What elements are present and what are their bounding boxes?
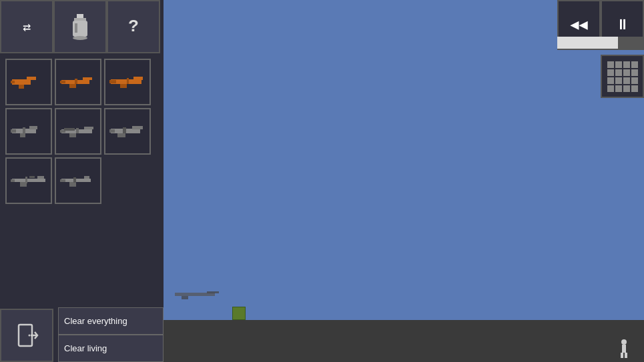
svg-rect-21	[20, 133, 25, 137]
svg-rect-29	[64, 128, 75, 131]
svg-rect-49	[625, 353, 627, 358]
progress-bar-fill	[557, 37, 618, 49]
rifle4-icon	[60, 169, 96, 193]
svg-rect-43	[69, 182, 76, 187]
svg-rect-52	[182, 296, 188, 299]
weapon-cell-6[interactable]	[5, 157, 52, 204]
ground-weapon-icon	[174, 290, 227, 300]
svg-rect-38	[11, 179, 15, 182]
svg-rect-48	[621, 353, 623, 358]
weapon-cell-4[interactable]	[55, 108, 101, 155]
weapon-cell-3[interactable]	[5, 108, 52, 155]
svg-rect-22	[11, 129, 16, 133]
progress-bar-container[interactable]	[557, 37, 644, 49]
svg-rect-12	[60, 81, 65, 83]
green-entity	[232, 307, 246, 320]
svg-rect-40	[29, 176, 35, 178]
svg-rect-3	[75, 23, 77, 33]
svg-rect-6	[27, 77, 36, 80]
bottle-icon	[67, 13, 93, 41]
grid-toggle-button[interactable]	[601, 55, 644, 98]
pause-icon: ⏸	[615, 16, 630, 34]
svg-rect-17	[109, 80, 116, 83]
svg-rect-5	[12, 79, 31, 85]
svg-rect-36	[37, 176, 44, 179]
weapon-cell-1[interactable]	[55, 59, 101, 105]
svg-rect-51	[207, 291, 219, 293]
svg-rect-25	[84, 127, 93, 129]
svg-rect-23	[23, 127, 25, 133]
item-button[interactable]	[53, 0, 107, 53]
svg-rect-7	[19, 85, 24, 89]
svg-rect-45	[73, 177, 76, 183]
smg-icon	[11, 119, 47, 143]
svg-rect-28	[76, 128, 79, 133]
svg-rect-18	[127, 78, 129, 84]
svg-rect-42	[84, 176, 89, 179]
svg-rect-35	[12, 179, 45, 182]
weapon-cell-0[interactable]	[5, 59, 52, 105]
svg-rect-11	[69, 84, 76, 88]
svg-point-56	[29, 335, 31, 337]
ground	[164, 320, 644, 362]
exit-button[interactable]	[0, 309, 53, 362]
person-icon	[617, 339, 631, 359]
svg-rect-0	[77, 14, 83, 18]
svg-rect-31	[132, 126, 143, 129]
svg-point-46	[621, 339, 627, 345]
rifle3-icon	[109, 119, 145, 143]
svg-rect-34	[123, 127, 126, 133]
exit-icon	[13, 322, 40, 349]
svg-rect-8	[11, 81, 15, 83]
svg-rect-13	[75, 79, 77, 84]
rifle2-icon	[60, 119, 96, 143]
rifle-icon	[60, 70, 96, 94]
help-button[interactable]: ?	[107, 0, 160, 53]
svg-rect-44	[60, 179, 65, 182]
sidebar-bottom: Clear everything Clear living	[0, 302, 164, 362]
svg-rect-47	[622, 345, 626, 353]
rewind-icon: ◀◀	[570, 16, 588, 34]
ground-weapon	[174, 290, 227, 300]
svg-rect-32	[117, 133, 125, 137]
svg-point-4	[73, 36, 87, 40]
person-figure	[617, 339, 631, 359]
svg-rect-20	[29, 126, 37, 129]
svg-rect-15	[133, 77, 143, 80]
svg-rect-1	[74, 18, 86, 21]
sniper-icon	[11, 169, 47, 193]
swap-button[interactable]: ⇄	[0, 0, 53, 53]
weapon-cell-5[interactable]	[104, 108, 151, 155]
toolbar: ⇄ ?	[0, 0, 164, 53]
weapon-cell-7[interactable]	[55, 157, 101, 204]
question-icon: ?	[128, 17, 139, 37]
clear-everything-button[interactable]: Clear everything	[58, 307, 164, 335]
clear-living-button[interactable]: Clear living	[58, 335, 164, 362]
svg-rect-39	[25, 177, 27, 183]
svg-rect-33	[109, 129, 115, 133]
weapon-cell-2[interactable]	[104, 59, 151, 105]
context-menu: Clear everything Clear living	[58, 307, 164, 362]
shotgun-icon	[109, 70, 145, 94]
svg-rect-26	[69, 133, 76, 137]
pistol-icon	[11, 70, 47, 94]
svg-rect-10	[83, 77, 92, 80]
grid-icon	[607, 61, 638, 92]
swap-icon: ⇄	[23, 19, 31, 35]
svg-rect-16	[120, 84, 127, 88]
